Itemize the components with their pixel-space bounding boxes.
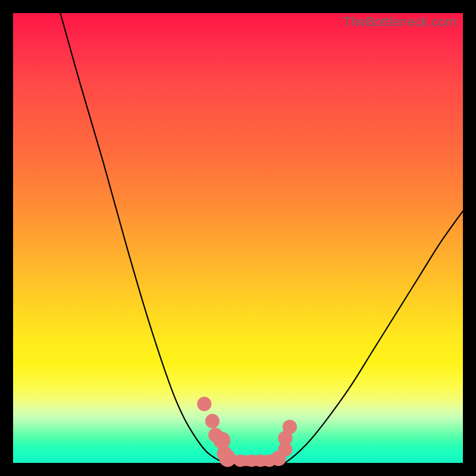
marker-point <box>197 397 211 411</box>
curve-left <box>60 13 224 463</box>
marker-point <box>205 414 220 428</box>
chart-frame: TheBottleneck.com <box>0 0 476 476</box>
chart-svg <box>13 13 463 463</box>
curve-right <box>285 211 463 463</box>
plot-area: TheBottleneck.com <box>13 13 463 463</box>
marker-point <box>219 450 236 467</box>
marker-point <box>283 419 297 434</box>
marker-point <box>234 455 246 467</box>
